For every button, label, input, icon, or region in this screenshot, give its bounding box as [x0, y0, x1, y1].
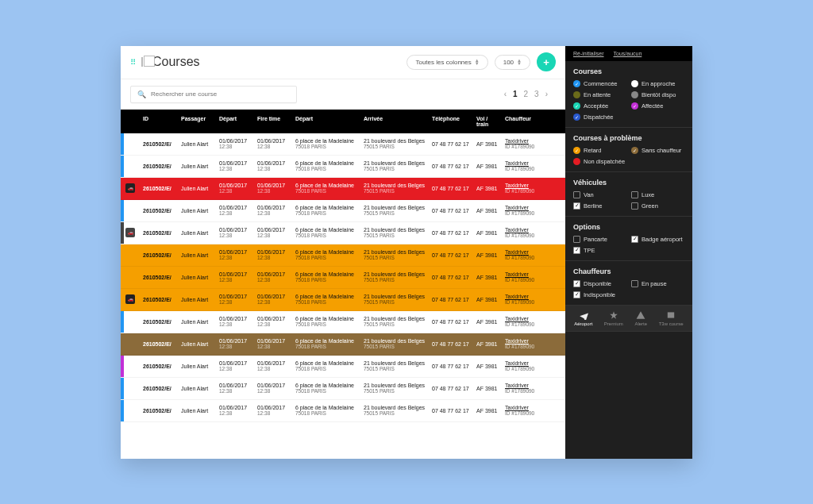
- legend-item[interactable]: Bientôt dispo: [631, 91, 684, 98]
- filter-checkbox[interactable]: Luxe: [631, 191, 684, 198]
- table-row[interactable]: 2610502/E/ Julien Alart 01/06/201712:38 …: [121, 133, 565, 156]
- cell-chauffeur[interactable]: TaxidriverID #1789090: [502, 247, 549, 263]
- legend-item[interactable]: ✓ Sans chauffeur: [631, 147, 684, 154]
- cell-fire-time: 01/06/201712:38: [254, 225, 292, 240]
- page-1[interactable]: 1: [513, 90, 518, 98]
- cell-id: 2610502/E/: [140, 406, 178, 416]
- cell-chauffeur[interactable]: TaxidriverID #1789090: [502, 402, 549, 418]
- col-depart[interactable]: Départ: [216, 113, 254, 129]
- col-arrivee[interactable]: Arrivée: [360, 113, 429, 129]
- status-dot-icon: [631, 91, 638, 98]
- legend-item[interactable]: ✓ Dispatchée: [573, 113, 626, 121]
- filter-checkbox[interactable]: Van: [573, 191, 626, 198]
- reset-link[interactable]: Ré-initialiser: [573, 51, 604, 56]
- col-id[interactable]: ID: [140, 113, 178, 129]
- col-vol[interactable]: Vol / train: [473, 113, 502, 129]
- legend-item[interactable]: Non dispatchée: [573, 158, 626, 165]
- legend-item[interactable]: ✓ Retard: [573, 147, 626, 154]
- filter-checkbox[interactable]: ✓ Badge aéroport: [631, 236, 684, 243]
- sidebar-top-links: Ré-initialiser Tous/aucun: [565, 46, 692, 61]
- cell-tel: 07 48 77 62 17: [429, 406, 473, 416]
- col-chauffeur[interactable]: Chauffeur: [502, 113, 549, 129]
- iconbar-item[interactable]: T3w course: [659, 310, 684, 326]
- search-input[interactable]: [151, 90, 290, 98]
- cell-chauffeur[interactable]: TaxidriverID #1789090: [502, 358, 549, 374]
- table-row[interactable]: 🚗 2610502/E/ Julien Alart 01/06/201712:3…: [121, 222, 565, 244]
- cell-chauffeur[interactable]: TaxidriverID #1789090: [502, 291, 549, 307]
- filter-checkbox[interactable]: Pancarte: [573, 236, 626, 243]
- checkbox-icon: [573, 191, 580, 198]
- legend-item[interactable]: ✓ En approche: [631, 80, 684, 87]
- windows-icon[interactable]: [141, 58, 143, 66]
- search-box[interactable]: 🔍: [130, 86, 297, 103]
- filter-checkbox[interactable]: Green: [631, 202, 684, 210]
- cell-chauffeur[interactable]: TaxidriverID #1789090: [502, 180, 549, 196]
- page-next[interactable]: ›: [545, 90, 548, 98]
- grip-icon[interactable]: ⠿: [130, 58, 135, 67]
- table-row[interactable]: 2610502/E/ Julien Alart 01/06/201712:38 …: [121, 267, 565, 289]
- page-3[interactable]: 3: [534, 90, 539, 98]
- iconbar-item[interactable]: Aéroport: [574, 310, 592, 326]
- cell-chauffeur[interactable]: TaxidriverID #1789090: [502, 269, 549, 285]
- legend-label: Retard: [584, 147, 602, 154]
- cell-id: 2610502/E/: [140, 161, 178, 171]
- table-row[interactable]: 2610502/E/ Julien Alart 01/06/201712:38 …: [121, 311, 565, 333]
- col-firetime[interactable]: Fire time: [254, 113, 292, 129]
- cell-arrivee: 21 boulevard des Belges75015 PARIS: [360, 358, 429, 374]
- table-row[interactable]: 2610502/E/ Julien Alart 01/06/201712:38 …: [121, 356, 565, 378]
- cell-chauffeur[interactable]: TaxidriverID #1789090: [502, 380, 549, 396]
- cell-id: 2610502/E/: [140, 317, 178, 327]
- table-row[interactable]: 2610502/E/ Julien Alart 01/06/201712:38 …: [121, 333, 565, 356]
- cell-depart-date: 01/06/201712:38: [216, 247, 254, 263]
- cell-chauffeur[interactable]: TaxidriverID #1789090: [502, 336, 549, 352]
- iconbar-label: Alerte: [634, 321, 647, 326]
- cell-chauffeur[interactable]: TaxidriverID #1789090: [502, 136, 549, 152]
- table-row[interactable]: 2610502/E/ Julien Alart 01/06/201712:38 …: [121, 378, 565, 400]
- iconbar-item[interactable]: Alerte: [634, 310, 647, 326]
- col-tel[interactable]: Téléphone: [429, 113, 473, 129]
- cell-depart-addr: 6 place de la Madelaine75018 PARIS: [292, 314, 360, 329]
- table-row[interactable]: 2610502/E/ Julien Alart 01/06/201712:38 …: [121, 400, 565, 422]
- premium-icon: [609, 310, 618, 320]
- cell-passager: Julien Alart: [178, 228, 216, 238]
- filter-checkbox[interactable]: ✓ TPE: [573, 247, 626, 254]
- table-row[interactable]: 🚗 2610502/E/ Julien Alart 01/06/201712:3…: [121, 178, 565, 200]
- cell-chauffeur[interactable]: TaxidriverID #1789090: [502, 314, 549, 329]
- filter-checkbox[interactable]: ✓ Berline: [573, 202, 626, 210]
- cell-vol: AF 3981: [473, 294, 502, 305]
- col-depart-addr[interactable]: Départ: [292, 113, 360, 129]
- section-courses: Courses ✓ Commencée ✓ En approche En att…: [565, 61, 692, 128]
- legend-item[interactable]: ✓ Acceptée: [573, 102, 626, 110]
- cell-chauffeur[interactable]: TaxidriverID #1789090: [502, 225, 549, 240]
- iconbar-item[interactable]: Premium: [604, 310, 623, 326]
- page-size-stepper[interactable]: 100 ▲▼: [495, 55, 530, 70]
- all-none-link[interactable]: Tous/aucun: [614, 51, 642, 56]
- filter-checkbox[interactable]: En pause: [631, 280, 684, 287]
- page-2[interactable]: 2: [524, 90, 529, 98]
- status-stripe: [121, 333, 124, 355]
- legend-item[interactable]: ✓ Commencée: [573, 80, 626, 87]
- status-stripe: [121, 378, 124, 399]
- table-row[interactable]: 2610502/E/ Julien Alart 01/06/201712:38 …: [121, 156, 565, 178]
- cell-fire-time: 01/06/201712:38: [254, 202, 292, 218]
- cell-arrivee: 21 boulevard des Belges75015 PARIS: [360, 291, 429, 307]
- checkbox-icon: ✓: [573, 291, 580, 298]
- cell-depart-addr: 6 place de la Madelaine75018 PARIS: [292, 380, 360, 396]
- filter-checkbox[interactable]: ✓ Disponible: [573, 280, 626, 287]
- columns-selector[interactable]: Toutes les colonnes ▲▼: [406, 55, 487, 70]
- cell-vol: AF 3981: [473, 183, 502, 194]
- add-button[interactable]: +: [537, 52, 556, 71]
- table-row[interactable]: 🚗 2610502/E/ Julien Alart 01/06/201712:3…: [121, 289, 565, 311]
- table-row[interactable]: 2610502/E/ Julien Alart 01/06/201712:38 …: [121, 200, 565, 222]
- col-passager[interactable]: Passager: [178, 113, 216, 129]
- cell-depart-addr: 6 place de la Madelaine75018 PARIS: [292, 291, 360, 307]
- cell-chauffeur[interactable]: TaxidriverID #1789090: [502, 202, 549, 218]
- legend-item[interactable]: ✓ Affectée: [631, 102, 684, 110]
- cell-depart-addr: 6 place de la Madelaine75018 PARIS: [292, 336, 360, 352]
- table-row[interactable]: 2610502/E/ Julien Alart 01/06/201712:38 …: [121, 244, 565, 267]
- filter-checkbox[interactable]: ✓ Indisponible: [573, 291, 626, 298]
- page-prev[interactable]: ‹: [504, 90, 507, 98]
- cell-passager: Julien Alart: [178, 139, 216, 149]
- cell-chauffeur[interactable]: TaxidriverID #1789090: [502, 158, 549, 174]
- legend-item[interactable]: En attente: [573, 91, 626, 98]
